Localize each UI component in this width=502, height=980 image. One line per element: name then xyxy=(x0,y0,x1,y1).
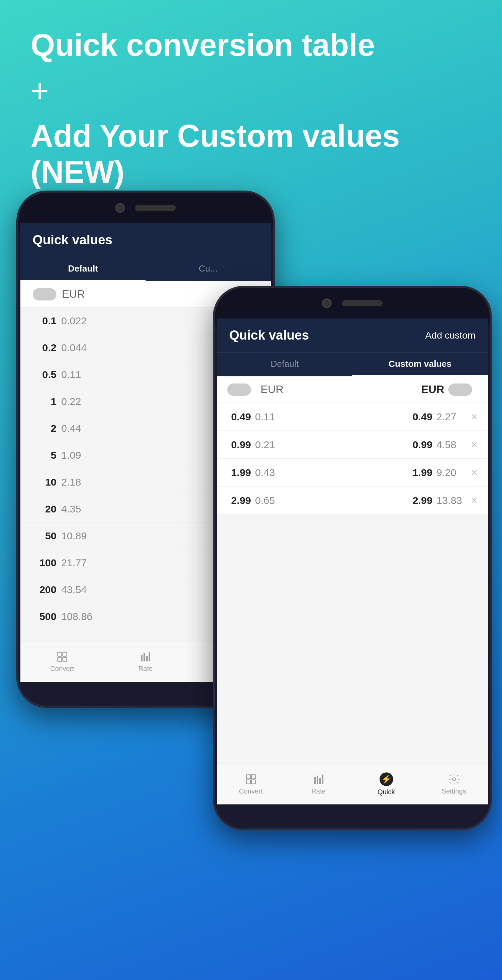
table-row: 0.99 0.21 0.99 4.58 × xyxy=(217,431,488,459)
settings-icon xyxy=(448,773,460,785)
svg-rect-12 xyxy=(314,777,316,784)
hero-title: Quick conversion table xyxy=(30,27,472,63)
phone2-camera xyxy=(322,298,332,308)
phone1-header-title: Quick values xyxy=(33,233,112,247)
svg-rect-0 xyxy=(57,652,62,656)
phone2-currency-right: EUR xyxy=(421,383,444,396)
phone2-toggle-left[interactable] xyxy=(227,383,251,396)
delete-icon[interactable]: × xyxy=(471,494,478,507)
svg-rect-11 xyxy=(251,780,256,784)
phone2-nav-rate-label: Rate xyxy=(311,788,326,795)
phone1-nav-convert-label: Convert xyxy=(50,665,74,673)
hero-plus: + xyxy=(30,73,472,108)
phone2-bottom-nav: Convert Rate ⚡ xyxy=(217,764,488,804)
phone2-currency-left: EUR xyxy=(261,383,284,396)
svg-rect-5 xyxy=(143,653,145,662)
svg-rect-6 xyxy=(146,656,148,662)
phone2-header-title: Quick values xyxy=(229,328,309,343)
delete-icon[interactable]: × xyxy=(471,466,478,479)
phone2-nav-quick-label: Quick xyxy=(378,788,395,796)
svg-rect-8 xyxy=(246,775,250,779)
svg-rect-10 xyxy=(246,780,250,784)
svg-rect-14 xyxy=(319,778,321,784)
svg-rect-15 xyxy=(322,775,323,784)
convert-icon xyxy=(245,773,257,785)
phone2-table: EUR EUR 0.49 0.11 0.49 xyxy=(217,376,488,804)
phone1-top xyxy=(18,192,273,223)
phone1-tabs: Default Cu... xyxy=(21,257,271,281)
delete-icon[interactable]: × xyxy=(471,410,478,423)
phone1-tab-custom[interactable]: Cu... xyxy=(146,257,271,281)
phone2-currency-right-group: EUR xyxy=(353,383,478,396)
phone2-toggle-right[interactable] xyxy=(448,383,472,396)
phone2-screen: Quick values Add custom Default Custom v… xyxy=(217,318,488,804)
rate-icon xyxy=(313,773,325,785)
phone1-nav-rate[interactable]: Rate xyxy=(104,651,187,673)
svg-rect-3 xyxy=(63,657,67,662)
phone2-nav-settings[interactable]: Settings xyxy=(420,773,488,795)
phone2-tab-custom[interactable]: Custom values xyxy=(353,353,488,376)
phone2-tabs: Default Custom values xyxy=(217,352,488,376)
rate-icon xyxy=(140,651,152,663)
quick-icon: ⚡ xyxy=(381,775,391,784)
svg-point-16 xyxy=(452,778,455,781)
phone1-nav-convert[interactable]: Convert xyxy=(21,651,104,673)
phones-area: Quick values Default Cu... xyxy=(0,191,502,980)
phone2-tab-default[interactable]: Default xyxy=(217,353,353,376)
phone2-app-header: Quick values Add custom xyxy=(217,318,488,352)
phone2-speaker xyxy=(342,300,383,306)
phone1-speaker xyxy=(135,205,176,211)
phone1-currency-left: EUR xyxy=(62,288,85,301)
phone1-tab-default[interactable]: Default xyxy=(21,257,146,281)
table-row: 2.99 0.65 2.99 13.83 × xyxy=(217,487,488,514)
phone2-currency-row: EUR EUR xyxy=(217,376,488,403)
phone1-app-header: Quick values xyxy=(21,223,271,257)
phone1-camera xyxy=(115,203,125,213)
hero-section: Quick conversion table + Add Your Custom… xyxy=(0,0,502,211)
svg-rect-4 xyxy=(141,655,143,662)
phone2-content: Quick values Add custom Default Custom v… xyxy=(217,318,488,804)
phone1-toggle-left[interactable] xyxy=(33,288,56,301)
table-row: 1.99 0.43 1.99 9.20 × xyxy=(217,459,488,487)
svg-rect-9 xyxy=(251,775,256,779)
hero-subtitle: Add Your Custom values (NEW) xyxy=(30,118,472,190)
quick-icon-circle: ⚡ xyxy=(380,772,393,786)
phone2-nav-settings-label: Settings xyxy=(442,788,466,795)
phone2-nav-quick[interactable]: ⚡ Quick xyxy=(353,772,420,796)
phone2-nav-rate[interactable]: Rate xyxy=(285,773,353,795)
add-custom-button[interactable]: Add custom xyxy=(425,330,475,341)
phone2-nav-convert-label: Convert xyxy=(239,788,262,795)
svg-rect-1 xyxy=(63,652,67,656)
delete-icon[interactable]: × xyxy=(471,438,478,451)
phone1-nav-rate-label: Rate xyxy=(138,665,153,673)
phone2: Quick values Add custom Default Custom v… xyxy=(213,286,492,830)
svg-rect-13 xyxy=(317,776,318,784)
svg-rect-7 xyxy=(149,652,150,662)
phone2-outer: Quick values Add custom Default Custom v… xyxy=(213,286,492,830)
phone2-nav-convert[interactable]: Convert xyxy=(217,773,285,795)
svg-rect-2 xyxy=(57,657,62,662)
convert-icon xyxy=(56,651,68,663)
table-row: 0.49 0.11 0.49 2.27 × xyxy=(217,403,488,431)
phone2-currency-left-group: EUR xyxy=(227,383,353,396)
phone2-top xyxy=(215,288,490,318)
